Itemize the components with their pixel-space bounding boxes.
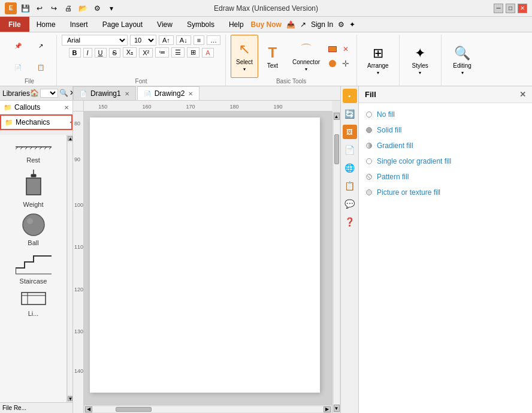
gradient-strip-icon[interactable]: 🔄 [343,107,357,121]
sign-in-btn[interactable]: Sign In [311,20,333,29]
menu-insert[interactable]: Insert [63,17,95,32]
arrange-btn[interactable]: ⊞ Arrange ▾ [362,39,394,82]
fill-option-picture[interactable]: Picture or texture fill [359,185,532,200]
scroll-left-btn[interactable]: ◀ [85,406,92,412]
comment-strip-icon[interactable]: 💬 [343,197,357,211]
sidebar-scrollbar[interactable]: ▲ ▼ [66,135,72,402]
bullet-btn[interactable]: ☰ [171,47,185,58]
list-btn[interactable]: ≔ [155,47,169,58]
h-scrollbar[interactable]: ◀ ▶ [84,405,332,413]
sidebar-dropdown[interactable] [40,89,58,98]
v-scroll-thumb[interactable] [334,134,339,164]
table-btn[interactable]: ⊞ [187,47,200,58]
fill-panel-close-btn[interactable]: ✕ [519,90,526,99]
canvas-tab-drawing1[interactable]: 📄 Drawing1 ✕ [73,86,136,100]
font-size-select[interactable]: 10 [130,35,156,46]
fill-option-single-gradient[interactable]: Single color gradient fill [359,153,532,169]
canvas-wrapper: 80 90 100 110 120 130 140 ◀ ▶ [73,111,340,413]
editing-row: 🔍 Editing ▾ [448,35,477,86]
new-btn[interactable]: 📄 [7,62,29,73]
increase-font-btn[interactable]: A↑ [159,35,174,45]
shape-item-li[interactable]: Li... [2,290,64,317]
undo-btn[interactable]: ↩ [34,2,46,14]
styles-btn[interactable]: ✦ Styles ▾ [407,39,434,82]
sidebar-scroll-up[interactable]: ▲ [68,136,72,141]
subscript-btn[interactable]: X₂ [123,47,137,58]
drawing1-close-btn[interactable]: ✕ [125,91,129,97]
doc-strip-icon[interactable]: 📄 [343,143,357,157]
font-family-select[interactable]: Arial [62,35,128,46]
vmark-120: 120 [74,287,83,293]
save-quick-btn[interactable]: 💾 [19,2,31,14]
settings-quick-btn[interactable]: ⚙ [91,2,103,14]
v-scrollbar[interactable]: ▲ ▼ [332,111,340,413]
color-btn[interactable]: A [202,48,213,58]
menu-help[interactable]: Help [222,17,251,32]
menu-home[interactable]: Home [29,17,63,32]
shape-item-weight[interactable]: Weight [2,168,64,208]
open-btn[interactable]: 📂 [77,2,89,14]
select-icon: ↖ [238,41,250,58]
fill-option-pattern[interactable]: Pattern fill [359,169,532,185]
shape-item-rest[interactable]: Rest [2,154,64,164]
file-strip-icon[interactable]: 📋 [343,179,357,193]
shape-item-hatch[interactable] [2,140,64,149]
home-sidebar-btn[interactable]: 🏠 [30,89,39,98]
decrease-font-btn[interactable]: A↓ [176,35,191,45]
plus-tool[interactable]: ✛ [340,57,352,70]
sidebar-tab-mechanics[interactable]: 📁 Mechanics [0,114,72,130]
fill-strip-icon[interactable]: ▪ [343,89,357,103]
redo-btn[interactable]: ↪ [48,2,60,14]
scroll-right-btn[interactable]: ▶ [324,406,331,412]
strikethrough-btn[interactable]: S [109,48,120,58]
rect-tool[interactable] [327,43,338,55]
file-menu-btn[interactable]: File [0,17,29,32]
editing-icon: 🔍 [454,46,470,61]
maximize-btn[interactable]: □ [506,4,515,13]
settings-icon[interactable]: ⚙ [338,20,344,29]
align-btn[interactable]: ≡ [194,35,204,45]
canvas[interactable] [84,111,332,405]
file-re-btn[interactable]: File Re... [0,403,72,413]
scroll-down-btn[interactable]: ▼ [334,405,340,412]
help-strip-icon[interactable]: ❓ [343,215,357,229]
editing-btn[interactable]: 🔍 Editing ▾ [448,39,477,82]
minimize-btn[interactable]: ─ [494,4,503,13]
buy-now-btn[interactable]: Buy Now [251,20,282,29]
shape-item-staircase[interactable]: Staircase [2,251,64,285]
circle-tool[interactable] [327,57,338,70]
select-tool-btn[interactable]: ↖ Select ▾ [231,35,258,78]
fill-option-none[interactable]: No fill [359,107,532,122]
dropdown-quick-btn[interactable]: ▾ [105,2,117,14]
fill-option-solid[interactable]: Solid fill [359,122,532,138]
text-tool-btn[interactable]: T Text [259,35,286,78]
sidebar-scroll-down[interactable]: ▼ [68,396,72,401]
x-tool[interactable]: ✕ [340,43,352,55]
print-btn[interactable]: 🖨 [62,2,74,14]
globe-strip-icon[interactable]: 🌐 [343,161,357,175]
drawing2-close-btn[interactable]: ✕ [188,91,193,97]
connector-tool-btn[interactable]: ⌒ Connector ▾ [287,35,325,78]
scroll-up-btn[interactable]: ▲ [334,113,340,120]
pin-btn[interactable]: 📌 [7,40,29,52]
cursor-btn[interactable]: ↗ [30,40,52,52]
h-scroll-thumb[interactable] [116,407,152,412]
italic-btn[interactable]: I [83,48,92,58]
sidebar-tab-callouts[interactable]: 📁 Callouts ✕ [0,101,72,114]
bold-btn[interactable]: B [69,48,81,58]
extra-icon[interactable]: ✦ [349,20,355,29]
menu-symbols[interactable]: Symbols [180,17,222,32]
underline-btn[interactable]: U [95,48,107,58]
copy-format-btn[interactable]: 📋 [30,62,52,73]
menu-view[interactable]: View [150,17,180,32]
close-btn[interactable]: ✕ [518,4,527,13]
canvas-tab-drawing2[interactable]: 📄 Drawing2 ✕ [137,86,200,100]
fill-option-gradient[interactable]: Gradient fill [359,138,532,153]
image-strip-icon[interactable]: 🖼 [343,125,357,139]
superscript-btn[interactable]: X² [139,48,153,58]
callouts-close-btn[interactable]: ✕ [64,104,69,111]
menu-page-layout[interactable]: Page Layout [95,17,150,32]
search-sidebar-btn[interactable]: 🔍 [59,89,68,98]
shape-item-ball[interactable]: Ball [2,213,64,246]
more-btn[interactable]: … [207,35,220,45]
